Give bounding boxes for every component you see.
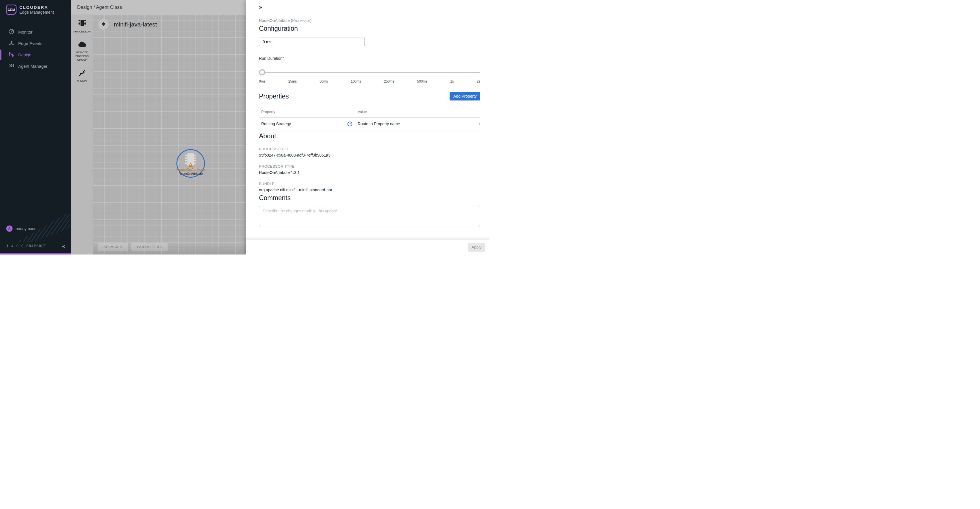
slider-track[interactable] — [259, 72, 480, 73]
tick-label: 500ms — [417, 80, 427, 83]
tick-label: 25ms — [288, 80, 296, 83]
breadcrumb: Design / Agent Class — [77, 5, 122, 10]
palette-item-label: PROCESSOR — [73, 30, 91, 34]
flow-icon — [8, 51, 14, 58]
sidebar-item-monitor[interactable]: Monitor — [0, 26, 71, 38]
properties-table: Property Value Routing Strategy ? Route … — [259, 108, 480, 130]
sidebar-item-label: Design — [18, 53, 32, 57]
comments-title: Comments — [259, 194, 480, 202]
palette-item-funnel[interactable]: FUNNEL — [73, 69, 91, 83]
about-field-processor-id: PROCESSOR ID 95fb0247-c50a-4003-adf8-7ef… — [259, 147, 480, 158]
node-type-label: RouteOnAttribute — [168, 168, 213, 172]
flow-name: minifi-java-latest — [114, 21, 157, 28]
gauge-icon — [8, 29, 14, 35]
sidebar-nav: Monitor Edge Events Design Agent Manager — [0, 26, 71, 72]
product-name: Edge Management — [19, 10, 54, 14]
sidebar-item-edge-events[interactable]: Edge Events — [0, 38, 71, 49]
property-value[interactable]: Route to Property name — [358, 121, 474, 126]
field-value: 95fb0247-c50a-4003-adf8-7eff0b9851a3 — [259, 153, 480, 158]
about-title: About — [259, 132, 480, 140]
user-row[interactable]: A anonymous — [0, 222, 71, 235]
layers-icon — [8, 63, 14, 69]
apply-button[interactable]: Apply — [468, 243, 485, 252]
property-row-routing-strategy[interactable]: Routing Strategy ? Route to Property nam… — [259, 117, 480, 130]
config-panel-scroll[interactable]: » RouteOnAttribute (Processor) Configura… — [246, 0, 490, 240]
canvas-bottom-tabs: SERVICES PARAMETERS — [98, 243, 168, 251]
field-label: PROCESSOR TYPE — [259, 164, 480, 169]
tick-label: 1s — [450, 80, 454, 83]
processor-node-routeonattribute[interactable]: ! RouteOnAttribute RouteOnAttribute — [177, 149, 205, 178]
funnel-icon — [78, 69, 86, 78]
field-value: RouteOnAttribute 1.3.1 — [259, 170, 480, 175]
cloud-icon — [78, 41, 87, 49]
main-area: Design / Agent Class PROCESSOR REMOTE PR… — [71, 0, 246, 254]
add-property-button[interactable]: Add Property — [450, 92, 480, 101]
about-field-bundle: BUNDLE org.apache.nifi.minifi - minifi-s… — [259, 182, 480, 192]
flow-status-icon[interactable]: ✱ — [98, 19, 109, 30]
chip-icon — [78, 19, 86, 28]
column-header-value: Value — [358, 110, 474, 114]
app-logo: CEM CLOUDERA Edge Management — [0, 0, 71, 19]
collapse-sidebar-icon[interactable]: « — [62, 243, 65, 249]
sidebar-item-label: Monitor — [18, 30, 32, 34]
brand-name: CLOUDERA — [19, 5, 54, 10]
tick-label: 2s — [477, 80, 480, 83]
events-icon — [8, 40, 14, 47]
tab-parameters[interactable]: PARAMETERS — [131, 243, 168, 251]
properties-table-header: Property Value — [259, 108, 480, 117]
avatar: A — [6, 225, 13, 232]
palette-item-processor[interactable]: PROCESSOR — [73, 19, 91, 34]
field-label: PROCESSOR ID — [259, 147, 480, 151]
arrow-up-icon[interactable]: ↑ — [478, 121, 480, 126]
tick-label: 250ms — [384, 80, 394, 83]
app-version: 1.4.0.0-SNAPSHOT — [6, 244, 46, 248]
slider-tick-labels: 0ms 25ms 50ms 100ms 250ms 500ms 1s 2s — [259, 80, 480, 83]
version-row: 1.4.0.0-SNAPSHOT « — [0, 239, 71, 253]
sidebar-item-design[interactable]: Design — [0, 49, 71, 61]
palette-item-remote-process-group[interactable]: REMOTE PROCESS GROUP — [73, 41, 91, 62]
palette-item-label: REMOTE PROCESS GROUP — [73, 51, 91, 62]
comments-textarea[interactable] — [259, 206, 480, 226]
flow-title-row: ✱ minifi-java-latest — [98, 19, 157, 30]
sidebar-accent-bar — [0, 253, 71, 254]
run-duration-slider[interactable] — [259, 69, 480, 75]
property-name: Routing Strategy — [261, 121, 347, 126]
flow-canvas[interactable]: ✱ minifi-java-latest ! RouteOnAttribute … — [93, 14, 246, 254]
palette-item-label: FUNNEL — [73, 80, 91, 83]
yield-duration-input[interactable] — [259, 38, 365, 46]
node-name-label: RouteOnAttribute — [168, 172, 213, 176]
component-palette: PROCESSOR REMOTE PROCESS GROUP FUNNEL — [71, 14, 93, 254]
run-duration-label: Run Duration* — [259, 56, 480, 61]
top-header: Design / Agent Class — [71, 0, 246, 14]
tick-label: 0ms — [259, 80, 266, 83]
tick-label: 50ms — [320, 80, 328, 83]
sidebar: CEM CLOUDERA Edge Management Monitor Edg… — [0, 0, 71, 254]
config-panel: » RouteOnAttribute (Processor) Configura… — [246, 0, 490, 254]
help-icon[interactable]: ? — [347, 121, 352, 126]
about-field-processor-type: PROCESSOR TYPE RouteOnAttribute 1.3.1 — [259, 164, 480, 175]
panel-context-label: RouteOnAttribute (Processor) — [259, 18, 480, 23]
column-header-property: Property — [261, 110, 347, 114]
user-name: anonymous — [16, 226, 36, 231]
properties-title: Properties — [259, 93, 289, 100]
sidebar-bottom: A anonymous 1.4.0.0-SNAPSHOT « — [0, 222, 71, 254]
app-root: CEM CLOUDERA Edge Management Monitor Edg… — [0, 0, 490, 254]
slider-thumb[interactable] — [259, 69, 265, 75]
collapse-panel-icon[interactable]: » — [259, 4, 266, 10]
panel-title: Configuration — [259, 25, 480, 32]
design-workspace: PROCESSOR REMOTE PROCESS GROUP FUNNEL — [71, 14, 246, 254]
field-value: org.apache.nifi.minifi - minifi-standard… — [259, 188, 480, 192]
tick-label: 100ms — [351, 80, 361, 83]
panel-footer: Apply — [246, 240, 490, 254]
sidebar-item-label: Edge Events — [18, 41, 42, 46]
sidebar-item-agent-manager[interactable]: Agent Manager — [0, 61, 71, 72]
tab-services[interactable]: SERVICES — [98, 243, 128, 251]
sidebar-item-label: Agent Manager — [18, 64, 48, 69]
cem-logo-badge: CEM — [6, 5, 16, 15]
field-label: BUNDLE — [259, 182, 480, 186]
